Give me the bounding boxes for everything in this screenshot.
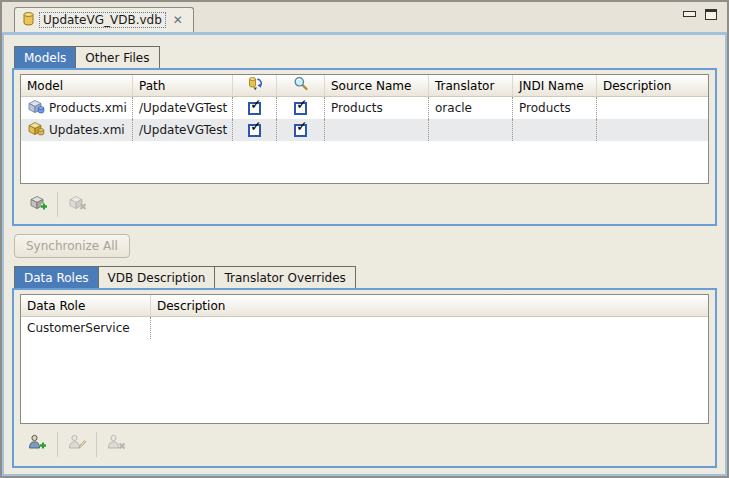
description-cell[interactable]: [597, 97, 708, 119]
data-roles-table-empty-area[interactable]: [21, 339, 708, 423]
edit-role-icon: [67, 434, 87, 454]
description-cell[interactable]: [597, 119, 708, 141]
data-roles-toolbar: [20, 424, 709, 460]
synchronize-row: Synchronize All: [14, 234, 717, 258]
translator-cell[interactable]: oracle: [429, 97, 513, 119]
tab-data-roles[interactable]: Data Roles: [14, 266, 99, 288]
remove-model-icon: [67, 194, 87, 215]
col-header-source-name[interactable]: Source Name: [325, 75, 429, 96]
editor-tab-bar: UpdateVG_VDB.vdb ✕: [2, 2, 727, 35]
add-model-icon: [28, 194, 48, 215]
col-header-path[interactable]: Path: [133, 75, 233, 96]
models-panel: Model Path: [12, 68, 717, 226]
jndi-name-cell[interactable]: [513, 119, 597, 141]
col-header-visibility[interactable]: [277, 75, 325, 96]
col-header-model[interactable]: Model: [21, 75, 133, 96]
tab-models[interactable]: Models: [14, 46, 76, 68]
vdb-database-icon: [23, 12, 34, 29]
visibility-checkbox[interactable]: ✓: [294, 124, 307, 137]
minimize-icon[interactable]: [683, 11, 696, 17]
models-table-empty-area[interactable]: [21, 141, 708, 183]
visibility-checkbox[interactable]: ✓: [294, 102, 307, 115]
synchronized-checkbox[interactable]: ✓: [248, 102, 261, 115]
add-model-button[interactable]: [22, 191, 54, 218]
remove-model-button[interactable]: [61, 191, 93, 218]
models-table[interactable]: Model Path: [20, 74, 709, 184]
col-header-synchronized[interactable]: [233, 75, 277, 96]
synchronized-checkbox[interactable]: ✓: [248, 124, 261, 137]
models-table-header: Model Path: [21, 75, 708, 97]
tab-vdb-description[interactable]: VDB Description: [99, 266, 216, 288]
model-path: /UpdateVGTest: [133, 97, 233, 119]
source-name-cell[interactable]: [325, 119, 429, 141]
sync-icon: [247, 76, 263, 95]
data-roles-panel: Data Role Description CustomerService: [12, 288, 717, 468]
table-row-updates[interactable]: Updates.xmi /UpdateVGTest ✓ ✓: [21, 119, 708, 141]
data-role-name: CustomerService: [21, 317, 151, 339]
col-header-role-description[interactable]: Description: [151, 295, 708, 316]
remove-role-button[interactable]: [100, 431, 132, 458]
table-row-products[interactable]: Products.xmi /UpdateVGTest ✓ ✓ Products …: [21, 97, 708, 119]
maximize-icon[interactable]: [705, 9, 717, 20]
model-name: Products.xmi: [49, 101, 127, 115]
data-roles-table-header: Data Role Description: [21, 295, 708, 317]
data-roles-table[interactable]: Data Role Description CustomerService: [20, 294, 709, 424]
editor-client-area: Models Other Files Model Path: [2, 35, 727, 476]
view-model-icon: [27, 121, 45, 140]
model-path: /UpdateVGTest: [133, 119, 233, 141]
col-header-data-role[interactable]: Data Role: [21, 295, 151, 316]
edit-role-button[interactable]: [61, 431, 93, 458]
translator-cell[interactable]: [429, 119, 513, 141]
source-model-icon: [27, 99, 45, 118]
toolbar-separator: [57, 192, 58, 217]
col-header-translator[interactable]: Translator: [429, 75, 513, 96]
editor-tab[interactable]: UpdateVG_VDB.vdb ✕: [14, 7, 194, 32]
jndi-name-cell[interactable]: Products: [513, 97, 597, 119]
toolbar-separator: [57, 432, 58, 457]
source-name-cell[interactable]: Products: [325, 97, 429, 119]
table-row-customer-service[interactable]: CustomerService: [21, 317, 708, 339]
add-role-button[interactable]: [22, 431, 54, 458]
add-role-icon: [28, 434, 48, 454]
section-sash[interactable]: [12, 258, 717, 266]
tab-other-files[interactable]: Other Files: [76, 46, 159, 68]
vdb-editor-window: UpdateVG_VDB.vdb ✕ Models Other Files Mo…: [0, 0, 729, 478]
data-role-description: [151, 317, 708, 339]
close-icon[interactable]: ✕: [171, 13, 185, 27]
col-header-description[interactable]: Description: [597, 75, 708, 96]
toolbar-separator: [96, 432, 97, 457]
remove-role-icon: [106, 434, 126, 454]
search-icon: [293, 76, 309, 95]
tab-translator-overrides[interactable]: Translator Overrides: [215, 266, 355, 288]
editor-tab-title: UpdateVG_VDB.vdb: [39, 12, 166, 28]
details-tab-folder: Data Roles VDB Description Translator Ov…: [14, 266, 717, 288]
col-header-jndi-name[interactable]: JNDI Name: [513, 75, 597, 96]
model-name: Updates.xmi: [49, 123, 125, 137]
models-tab-folder: Models Other Files: [14, 46, 717, 68]
models-toolbar: [20, 184, 709, 220]
synchronize-all-button[interactable]: Synchronize All: [14, 234, 130, 258]
view-controls: [683, 9, 717, 26]
